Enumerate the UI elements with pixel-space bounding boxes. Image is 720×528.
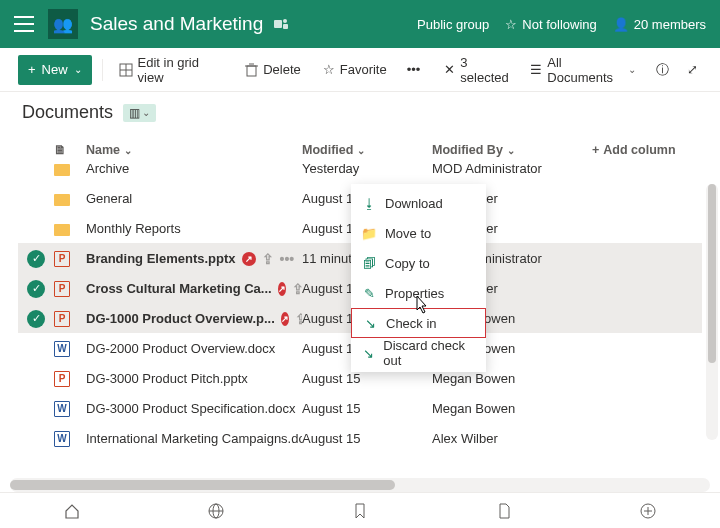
row-checkbox[interactable]: ✓ [18,310,54,328]
chevron-down-icon: ⌄ [507,145,515,156]
app-header: 👥 Sales and Marketing Public group ☆Not … [0,0,720,48]
nav-add-icon[interactable] [639,502,657,520]
share-icon[interactable]: ⇪ [262,251,274,267]
nav-file-icon[interactable] [495,502,513,520]
pptx-icon: P [54,280,86,297]
checkedout-icon: ↗ [281,312,289,326]
pptx-icon: P [54,370,86,387]
col-type[interactable]: 🗎 [54,143,86,157]
site-logo[interactable]: 👥 [48,9,78,39]
menu-discard-checkout[interactable]: ↘Discard check out [351,338,486,368]
hamburger-menu-icon[interactable] [14,16,34,32]
docx-icon: W [54,400,86,417]
share-icon[interactable]: ⇪ [292,281,302,297]
list-icon: ☰ [530,62,542,77]
library-view-icon[interactable]: ▥ ⌄ [123,104,156,122]
checkedout-icon: ↗ [242,252,256,266]
svg-point-1 [283,19,287,23]
library-title[interactable]: Documents [22,102,113,123]
col-name[interactable]: Name⌄ [86,143,302,157]
col-modified[interactable]: Modified⌄ [302,143,432,157]
pptx-icon: P [54,250,86,267]
row-more-icon[interactable]: ••• [280,251,295,267]
discard-icon: ↘ [361,346,375,361]
download-icon: ⭳ [361,196,377,211]
table-row[interactable]: WInternational Marketing Campaigns.docxA… [18,423,702,453]
selection-count[interactable]: ✕ 3 selected [444,55,514,85]
folder-icon [54,162,86,176]
menu-move-to[interactable]: 📁Move to [351,218,486,248]
toolbar-right: ✕ 3 selected ☰ All Documents ⌄ ⓘ ⤢ [444,51,702,89]
info-icon: ⓘ [656,61,669,79]
site-title: Sales and Marketing [90,13,263,35]
horizontal-scrollbar[interactable] [10,478,710,492]
modified-by-cell: Megan Bowen [432,371,592,386]
modified-cell: Yesterday [302,161,432,176]
favorite-button[interactable]: ☆ Favorite [317,58,393,81]
file-name[interactable]: Cross Cultural Marketing Ca...↗⇪••• [86,281,302,297]
menu-copy-to[interactable]: 🗐Copy to [351,248,486,278]
view-selector[interactable]: ☰ All Documents ⌄ [524,51,642,89]
file-icon: 🗎 [54,143,67,157]
col-add[interactable]: + Add column [592,143,702,157]
more-icon: ••• [407,62,421,77]
file-name[interactable]: DG-1000 Product Overview.p...↗⇪••• [86,311,302,327]
file-name[interactable]: DG-2000 Product Overview.docx [86,341,302,356]
edit-grid-button[interactable]: Edit in grid view [113,51,230,89]
row-checkbox[interactable]: ✓ [18,250,54,268]
file-name[interactable]: Monthly Reports [86,221,302,236]
chevron-down-icon: ⌄ [74,64,82,75]
bottom-nav [0,492,720,528]
teams-icon[interactable] [273,16,289,32]
move-icon: 📁 [361,226,377,241]
svg-rect-2 [283,24,288,29]
members-button[interactable]: 👤20 members [613,17,706,32]
close-icon: ✕ [444,62,455,77]
nav-bookmark-icon[interactable] [351,502,369,520]
folder-icon [54,222,86,236]
content-area: Documents ▥ ⌄ 🗎 Name⌄ Modified⌄ Modified… [0,92,720,492]
docx-icon: W [54,340,86,357]
pptx-icon: P [54,310,86,327]
info-button[interactable]: ⓘ [652,57,673,83]
file-name[interactable]: DG-3000 Product Specification.docx [86,401,302,416]
expand-icon: ⤢ [687,62,698,77]
share-icon[interactable]: ⇪ [295,311,302,327]
file-name[interactable]: Archive [86,161,302,176]
plus-icon: + [28,62,36,77]
star-icon: ☆ [505,17,517,32]
header-right: Public group ☆Not following 👤20 members [417,17,706,32]
file-name[interactable]: General [86,191,302,206]
cursor-pointer-icon [411,294,431,316]
star-icon: ☆ [323,62,335,77]
chevron-down-icon: ⌄ [124,145,132,156]
more-button[interactable]: ••• [403,58,425,81]
divider [102,59,103,81]
vertical-scrollbar[interactable] [706,184,718,440]
copy-icon: 🗐 [361,256,377,271]
col-modified-by[interactable]: Modified By⌄ [432,143,592,157]
expand-button[interactable]: ⤢ [683,58,702,81]
nav-home-icon[interactable] [63,502,81,520]
public-group-label: Public group [417,17,489,32]
delete-button[interactable]: Delete [239,58,307,81]
checkedout-icon: ↗ [278,282,286,296]
file-name[interactable]: DG-3000 Product Pitch.pptx [86,371,302,386]
modified-by-cell: Megan Bowen [432,401,592,416]
svg-rect-6 [247,66,256,76]
nav-globe-icon[interactable] [207,502,225,520]
modified-by-cell: Alex Wilber [432,431,592,446]
new-button[interactable]: + New ⌄ [18,55,92,85]
file-name[interactable]: Branding Elements.pptx↗⇪••• [86,251,302,267]
checkin-icon: ↘ [362,316,378,331]
command-bar: + New ⌄ Edit in grid view Delete ☆ Favor… [0,48,720,92]
trash-icon [245,63,258,77]
table-row[interactable]: WDG-3000 Product Specification.docxAugus… [18,393,702,423]
row-checkbox[interactable]: ✓ [18,280,54,298]
follow-button[interactable]: ☆Not following [505,17,596,32]
chevron-down-icon: ⌄ [357,145,365,156]
modified-by-cell: MOD Administrator [432,161,592,176]
menu-download[interactable]: ⭳Download [351,188,486,218]
file-name[interactable]: International Marketing Campaigns.docx [86,431,302,446]
table-row[interactable]: ArchiveYesterdayMOD Administrator [18,153,702,183]
